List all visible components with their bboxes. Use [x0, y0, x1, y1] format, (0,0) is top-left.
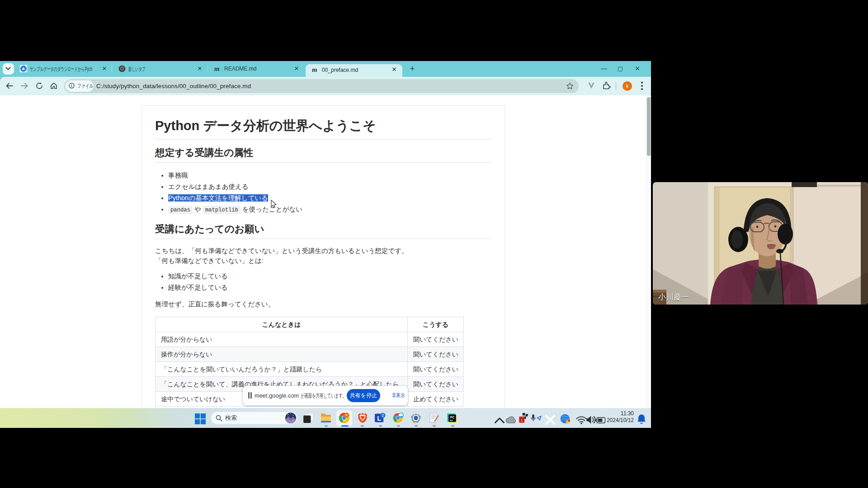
svg-text:1: 1: [521, 418, 523, 422]
svg-text:k: k: [346, 413, 348, 417]
svg-text:2: 2: [382, 413, 384, 418]
svg-text:PC: PC: [450, 416, 455, 419]
